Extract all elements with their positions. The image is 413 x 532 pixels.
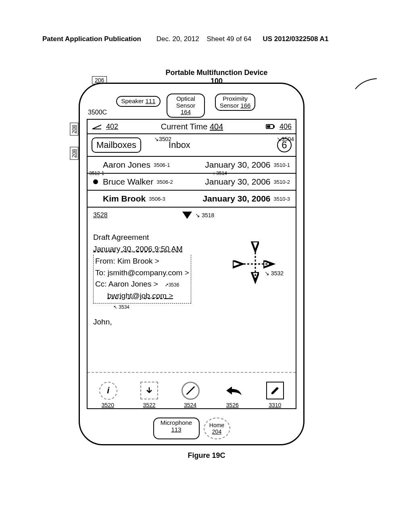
header-block: From: Kim Brook > To: jsmith@company.com… <box>93 255 191 303</box>
home-ref: 204 <box>212 428 221 435</box>
ref-3310: 3310 <box>269 402 281 408</box>
message-preview[interactable]: 3528 ↘ 3518 ↘ 3532 Draft Agreement Janua… <box>88 208 296 332</box>
ref-3528: 3528 <box>93 212 108 218</box>
message-row-selected[interactable]: Kim Brook 3506-3 January 30, 2006 3510-3 <box>88 191 296 208</box>
proximity-ref: 166 <box>240 102 250 109</box>
scroll-gesture-icon <box>231 240 280 288</box>
to-row[interactable]: To: jsmith@company.com > <box>95 267 189 279</box>
ref-404: 404 <box>210 122 223 131</box>
ref-3534: ↖ 3534 <box>93 303 290 311</box>
toolbar-item: 3522 <box>140 382 158 399</box>
ref-3532: ↘ 3532 <box>265 270 284 276</box>
from-row[interactable]: From: Kim Brook > <box>95 256 189 267</box>
svg-rect-3 <box>273 125 275 128</box>
ref-402: 402 <box>106 123 118 131</box>
ref-208-top: 208 <box>70 123 78 136</box>
block-button[interactable] <box>181 382 200 400</box>
ref-3524: 3524 <box>184 402 196 408</box>
ref-406: 406 <box>280 123 292 131</box>
ref-3510-2: 3510-2 <box>274 179 290 185</box>
reply-button[interactable] <box>223 382 243 400</box>
message-row[interactable]: Aaron Jones 3506-1 January 30, 2006 3510… <box>88 157 296 174</box>
time-label: Current Time 404 <box>161 122 223 131</box>
bottom-hw: Microphone 113 Home 204 <box>80 418 303 439</box>
proximity-sensor-label: Proximity Sensor 166 <box>215 94 255 111</box>
download-button[interactable] <box>140 382 158 399</box>
download-icon <box>144 386 154 395</box>
ref-208-bottom: 208 <box>70 147 78 160</box>
signal-block: 402 <box>92 123 118 131</box>
ref-3502: ↘3502 <box>154 136 171 142</box>
ref-3520: 3520 <box>102 402 114 408</box>
ref-3518: ↘ 3518 <box>194 212 214 218</box>
optical-sensor-label: Optical Sensor 164 <box>167 94 205 118</box>
speaker-label: Speaker 111 <box>116 96 161 107</box>
microphone-ref: 113 <box>171 426 181 433</box>
svg-line-0 <box>92 125 101 129</box>
battery-block: 406 <box>266 123 292 131</box>
ref-3504: ↘3504 <box>277 136 294 142</box>
ref-3526: 3526 <box>226 402 239 408</box>
pub-label: Patent Application Publication <box>42 35 141 43</box>
body-greeting: John, <box>93 316 290 328</box>
message-row[interactable]: 3512-1 Bruce Walker 3506-2 ↓ 3514 Januar… <box>88 174 296 191</box>
reply-icon <box>223 383 243 398</box>
svg-rect-4 <box>267 125 270 128</box>
toolbar-item: 3310 <box>266 382 284 399</box>
figure-caption: Figure 19C <box>0 451 413 460</box>
pub-num: US 2012/0322508 A1 <box>263 35 328 43</box>
info-button[interactable]: i <box>99 382 117 400</box>
sender-name: Aaron Jones <box>103 160 150 170</box>
sender-name: Kim Brook <box>103 194 146 204</box>
cc-row-2[interactable]: bwright@job.com > <box>95 290 189 302</box>
message-date: January 30, 2006 <box>205 177 270 187</box>
sender-name: Bruce Walker <box>103 177 153 187</box>
ref-3510-3: 3510-3 <box>274 196 290 202</box>
speaker-ref: 111 <box>146 98 156 104</box>
unread-dot-icon <box>93 179 98 184</box>
chevron-down-icon <box>182 212 192 219</box>
ref-3536: ↗3536 <box>165 282 179 288</box>
toolbar-item: 3526 <box>223 382 243 400</box>
pub-date: Dec. 20, 2012 <box>156 35 199 43</box>
ref-3514: ↓ 3514 <box>213 170 227 176</box>
toolbar-item: 3524 <box>181 382 200 400</box>
toolbar: i 3520 3522 3524 <box>88 372 296 408</box>
touchscreen[interactable]: 402 Current Time 404 406 Mailboxes ↘3502… <box>87 119 296 409</box>
ref-3506-3: 3506-3 <box>149 196 165 202</box>
cc-row[interactable]: Cc: Aaron Jones > ↗3536 <box>95 278 189 290</box>
compose-icon <box>270 385 280 396</box>
ref-3510-1: 3510-1 <box>274 162 290 168</box>
mailboxes-button[interactable]: Mailboxes <box>92 137 141 153</box>
prohibit-icon <box>183 382 198 399</box>
device-frame: Speaker 111 Optical Sensor 164 Proximity… <box>79 83 305 445</box>
callout-arrow-icon <box>355 78 379 90</box>
ref-3522: 3522 <box>143 402 155 408</box>
expand-indicator[interactable]: ↘ 3518 <box>182 212 214 220</box>
inbox-title: Inbox <box>169 140 190 150</box>
navbar: Mailboxes ↘3502 Inbox 6 ↘3504 <box>88 134 296 157</box>
microphone-label: Microphone 113 <box>153 418 200 439</box>
home-button[interactable]: Home 204 <box>204 418 230 439</box>
info-icon: i <box>107 385 109 396</box>
optical-ref: 164 <box>181 108 191 115</box>
toolbar-item: i 3520 <box>99 382 117 400</box>
svg-line-7 <box>187 387 195 395</box>
status-bar: 402 Current Time 404 406 <box>88 120 296 134</box>
battery-icon <box>266 124 275 129</box>
compose-button[interactable] <box>266 382 284 399</box>
ref-3506-2: 3506-2 <box>156 179 173 185</box>
message-date: January 30, 2006 <box>202 194 270 204</box>
signal-icon <box>92 124 102 130</box>
sheet-num: Sheet 49 of 64 <box>207 35 252 43</box>
ref-3506-1: 3506-1 <box>154 162 170 168</box>
page-header: Patent Application Publication Dec. 20, … <box>42 35 375 43</box>
figure-ref-3500c: 3500C <box>88 109 107 116</box>
ref-3512-1: 3512-1 <box>89 170 104 176</box>
message-date: January 30, 2006 <box>205 160 270 170</box>
